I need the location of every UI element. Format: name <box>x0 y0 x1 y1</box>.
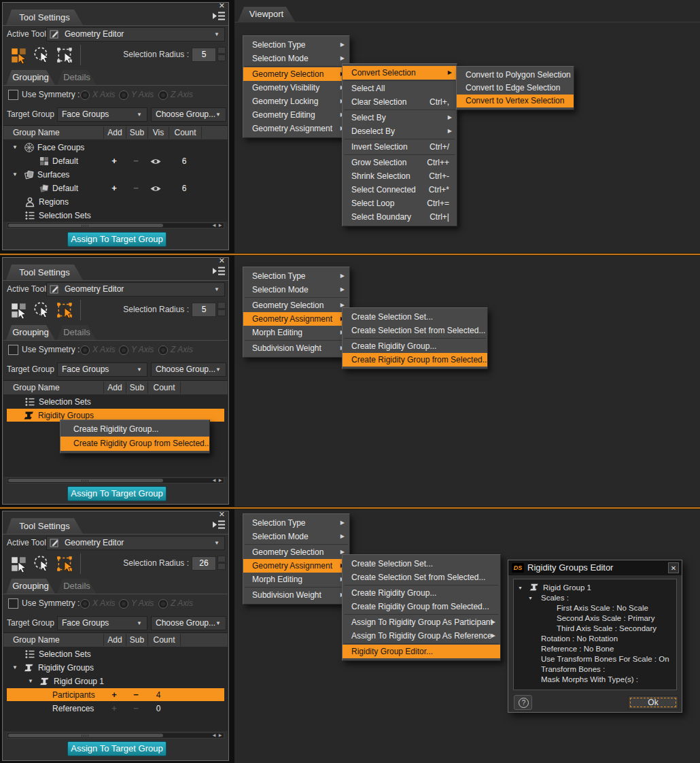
tree-row-default-surface[interactable]: Default + − 6 <box>7 182 224 195</box>
expander-icon[interactable]: ▼ <box>28 678 33 684</box>
add-button[interactable]: + <box>109 702 120 715</box>
selection-radius-input[interactable]: 5 <box>192 48 216 62</box>
menu-item-create-rigidity-group-from-selected[interactable]: Create Rigidity Group from Selected... <box>343 353 487 367</box>
rigid-group-name[interactable]: Rigid Group 1 <box>543 583 591 593</box>
menu-item-create-rigidity-group[interactable]: Create Rigidity Group... <box>343 586 500 600</box>
selection-radius-stepper[interactable] <box>217 556 226 570</box>
menu-item-create-selection-set[interactable]: Create Selection Set... <box>343 310 487 324</box>
menu-item-create-rigidity-group-from-selected[interactable]: Create Rigidity Group from Selected... <box>343 600 500 613</box>
transform-bones-property[interactable]: Transform Bones : <box>541 664 605 675</box>
menu-item-geometry-editing[interactable]: Geometry Editing▶ <box>243 108 349 122</box>
tree-row-participants[interactable]: Participants + − 4 <box>7 688 224 701</box>
panel-options-icon[interactable] <box>212 519 226 531</box>
menu-item-grow-selection[interactable]: Grow SelectionCtrl++ <box>343 156 457 169</box>
tab-details[interactable]: Details <box>57 325 97 340</box>
horizontal-scrollbar[interactable]: ◀ ▶ <box>7 222 224 228</box>
menu-item-clear-selection[interactable]: Clear SelectionCtrl+, <box>343 95 457 109</box>
selection-radius-input[interactable]: 26 <box>192 556 216 571</box>
add-button[interactable]: + <box>109 688 120 702</box>
expander-icon[interactable]: ▼ <box>12 171 18 177</box>
header-count[interactable]: Count <box>148 633 180 647</box>
drag-selection-tool-button[interactable] <box>10 554 29 573</box>
choose-group-dropdown[interactable]: Choose Group... ▼ <box>151 616 226 630</box>
second-axis-scale[interactable]: Second Axis Scale : Primary <box>557 613 654 624</box>
expander-icon[interactable]: ▼ <box>12 144 18 150</box>
active-tool-dropdown[interactable]: Geometry Editor ▼ <box>46 27 225 41</box>
menu-item-geometry-assignment[interactable]: Geometry Assignment▶ <box>243 122 349 135</box>
tree-row-selection-sets[interactable]: Selection Sets <box>7 395 224 409</box>
header-group-name[interactable]: Group Name <box>13 126 60 139</box>
tab-grouping[interactable]: Grouping <box>6 325 55 340</box>
marquee-selection-tool-button[interactable] <box>56 301 75 320</box>
assign-to-target-group-button[interactable]: Assign To Target Group <box>67 232 167 247</box>
ok-button[interactable]: Ok <box>628 696 678 709</box>
menu-item-selection-type[interactable]: Selection Type▶ <box>243 38 349 52</box>
menu-item-selection-mode[interactable]: Selection Mode▶ <box>243 52 349 65</box>
third-axis-scale[interactable]: Third Axis Scale : Secondary <box>557 624 657 634</box>
drag-selection-tool-button[interactable] <box>10 301 29 320</box>
scroll-right-icon[interactable]: ▶ <box>217 733 224 738</box>
menu-item-select-connected[interactable]: Select ConnectedCtrl+* <box>343 183 457 197</box>
active-tool-dropdown[interactable]: Geometry Editor ▼ <box>46 282 225 296</box>
target-group-dropdown[interactable]: Face Groups ▼ <box>57 362 147 377</box>
menu-item-subdivision-weight[interactable]: Subdivision Weight▶ <box>243 341 349 355</box>
header-count[interactable]: Count <box>169 126 201 139</box>
menu-item-create-rigidity-group[interactable]: Create Rigidity Group... <box>60 422 209 437</box>
panel-options-icon[interactable] <box>212 10 226 22</box>
tree-row-rigid-group-1[interactable]: ▼ Rigid Group 1 <box>7 675 224 688</box>
menu-item-selection-type[interactable]: Selection Type▶ <box>243 269 349 283</box>
help-button[interactable]: ? <box>514 695 532 710</box>
menu-item-create-selection-set[interactable]: Create Selection Set... <box>343 557 500 571</box>
active-tool-dropdown[interactable]: Geometry Editor ▼ <box>46 536 225 550</box>
scrollbar-thumb[interactable] <box>8 479 163 482</box>
menu-item-morph-editing[interactable]: Morph Editing▶ <box>243 573 349 586</box>
lasso-selection-tool-button[interactable] <box>33 46 52 65</box>
menu-item-select-all[interactable]: Select All <box>343 82 457 95</box>
menu-item-selection-type[interactable]: Selection Type▶ <box>243 516 349 530</box>
scrollbar-thumb[interactable] <box>8 734 163 737</box>
x-axis-radio[interactable] <box>80 599 90 609</box>
expander-icon[interactable]: ▼ <box>528 596 533 600</box>
marquee-selection-tool-button[interactable] <box>56 554 75 573</box>
scroll-right-icon[interactable]: ▶ <box>217 478 224 483</box>
x-axis-radio[interactable] <box>80 345 90 355</box>
tree-row-selection-sets[interactable]: Selection Sets <box>7 647 224 661</box>
menu-item-geometry-locking[interactable]: Geometry Locking▶ <box>243 95 349 108</box>
menu-item-subdivision-weight[interactable]: Subdivision Weight▶ <box>243 588 349 602</box>
z-axis-radio[interactable] <box>158 345 168 355</box>
menu-item-create-selection-set-from-selected[interactable]: Create Selection Set from Selected... <box>343 571 500 584</box>
header-group-name[interactable]: Group Name <box>13 381 60 394</box>
selection-radius-input[interactable]: 5 <box>192 303 216 317</box>
drag-selection-tool-button[interactable] <box>10 46 29 65</box>
lasso-selection-tool-button[interactable] <box>33 301 52 320</box>
sub-button[interactable]: − <box>130 702 141 715</box>
header-sub[interactable]: Sub <box>126 126 147 139</box>
menu-item-convert-to-polygon[interactable]: Convert to Polygon Selection <box>457 69 574 82</box>
horizontal-scrollbar[interactable]: ◀ ▶ <box>7 732 224 739</box>
menu-item-selection-mode[interactable]: Selection Mode▶ <box>243 530 349 543</box>
close-icon[interactable]: ✕ <box>668 562 679 573</box>
header-add[interactable]: Add <box>104 381 126 394</box>
tree-row-references[interactable]: References + − 0 <box>7 702 224 715</box>
menu-item-selection-mode[interactable]: Selection Mode▶ <box>243 283 349 296</box>
tree-row-regions[interactable]: Regions <box>7 195 224 209</box>
header-vis[interactable]: Vis <box>148 126 169 139</box>
use-symmetry-checkbox[interactable] <box>8 598 18 609</box>
tree-row-surfaces[interactable]: ▼ Surfaces <box>7 168 224 182</box>
visibility-eye-icon[interactable] <box>150 158 162 165</box>
menu-item-select-loop[interactable]: Select LoopCtrl+= <box>343 197 457 210</box>
mask-morphs-property[interactable]: Mask Morphs With Type(s) : <box>541 675 638 685</box>
tree-row-default-face-group[interactable]: Default + − 6 <box>7 154 224 168</box>
choose-group-dropdown[interactable]: Choose Group... ▼ <box>151 362 226 377</box>
first-axis-scale[interactable]: First Axis Scale : No Scale <box>557 603 648 613</box>
menu-item-geometry-visibility[interactable]: Geometry Visibility▶ <box>243 81 349 95</box>
sub-button[interactable]: − <box>130 154 141 168</box>
menu-item-create-rigidity-group[interactable]: Create Rigidity Group... <box>343 339 487 353</box>
z-axis-radio[interactable] <box>158 90 168 100</box>
tab-tool-settings[interactable]: Tool Settings <box>6 10 83 25</box>
tab-tool-settings[interactable]: Tool Settings <box>6 265 83 280</box>
reference-property[interactable]: Reference : No Bone <box>541 644 614 654</box>
expander-icon[interactable]: ▼ <box>518 586 523 590</box>
target-group-dropdown[interactable]: Face Groups ▼ <box>57 107 147 122</box>
menu-item-create-selection-set-from-selected[interactable]: Create Selection Set from Selected... <box>343 324 487 337</box>
